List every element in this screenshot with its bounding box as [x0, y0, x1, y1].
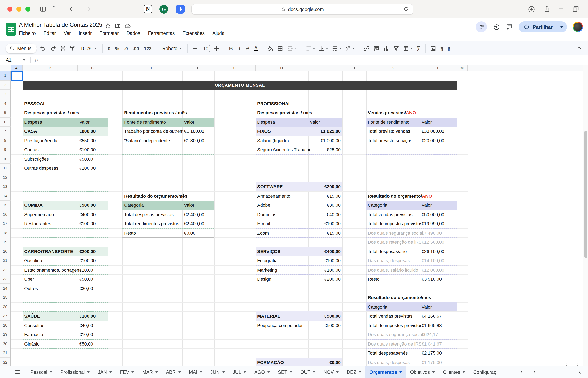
row-header-15[interactable]: 15: [0, 201, 11, 210]
decrease-decimals[interactable]: .0: [123, 46, 129, 51]
cell-F18[interactable]: €0,00: [182, 228, 214, 238]
row-header-29[interactable]: 29: [0, 330, 11, 339]
sheet-tab-nov[interactable]: NOV: [319, 366, 343, 378]
tab-overview-icon[interactable]: [572, 5, 579, 13]
sheet-tab-jan[interactable]: JAN: [94, 366, 116, 378]
row-header-9[interactable]: 9: [0, 145, 11, 154]
cell-K14[interactable]: Resultado do orçamento/ANO: [366, 191, 420, 201]
cell-K30[interactable]: Dos quais retenção de iRS: [366, 339, 420, 348]
cell-L22[interactable]: €12 000,00: [420, 265, 457, 274]
cell-B29[interactable]: Farmácia: [23, 330, 78, 339]
row-header-8[interactable]: 8: [0, 136, 11, 145]
cell-E18[interactable]: Resto: [122, 228, 182, 238]
sheets-logo-icon[interactable]: [6, 23, 16, 36]
italic[interactable]: I: [237, 45, 242, 52]
cell-K32[interactable]: Das quais, despesas: [366, 358, 420, 366]
all-sheets-button[interactable]: [12, 369, 23, 375]
cell-I21[interactable]: €100,00: [308, 256, 342, 265]
row-header-16[interactable]: 16: [0, 210, 11, 219]
cell-K23[interactable]: Resto: [366, 274, 420, 284]
cell-C30[interactable]: €50,00: [78, 339, 108, 348]
cell-K16[interactable]: Total vendas previstas: [366, 210, 420, 219]
row-header-21[interactable]: 21: [0, 256, 11, 265]
menu-ajuda[interactable]: Ajuda: [213, 31, 225, 36]
star-icon[interactable]: [105, 23, 111, 29]
cell-C11[interactable]: €100,00: [78, 163, 108, 173]
column-header-E[interactable]: E: [122, 65, 182, 71]
cell-L17[interactable]: €19 990,00: [420, 219, 457, 228]
cell-E15[interactable]: Categoria: [122, 201, 182, 210]
column-header-G[interactable]: G: [214, 65, 255, 71]
cell-B16[interactable]: Supermercado: [23, 210, 78, 219]
cell-H4[interactable]: PROFISSIONAL: [255, 99, 308, 108]
font-size[interactable]: 10: [202, 45, 210, 52]
row-header-28[interactable]: 28: [0, 321, 11, 330]
collapse-toolbar-icon[interactable]: [576, 45, 582, 51]
cell-B11[interactable]: Outras despesas: [23, 163, 78, 173]
cell-I15[interactable]: €30,00: [308, 201, 342, 210]
cell-H13[interactable]: SOFTWARE: [255, 182, 308, 191]
menu-dados[interactable]: Dados: [127, 31, 140, 36]
back-icon[interactable]: [67, 5, 75, 13]
menu-editar[interactable]: Editar: [43, 31, 56, 36]
menu-ficheiro[interactable]: Ficheiro: [19, 31, 36, 36]
cell-I28[interactable]: €500,00: [308, 321, 342, 330]
side-panel-collapse-icon[interactable]: [577, 366, 583, 378]
menu-ver[interactable]: Ver: [64, 31, 71, 36]
share-button[interactable]: Partilhar: [519, 21, 567, 32]
undo-icon[interactable]: [40, 45, 46, 52]
cell-K15[interactable]: Categoria: [366, 201, 420, 210]
cell-B23[interactable]: Uber: [23, 274, 78, 284]
cell-B24[interactable]: Outros: [23, 284, 78, 293]
vertical-align-icon[interactable]: [319, 45, 328, 52]
cell-K26[interactable]: Categoria: [366, 302, 420, 311]
sheet-tab-set[interactable]: SET: [274, 366, 296, 378]
sheet-tab-mai[interactable]: MAI: [185, 366, 206, 378]
row-header-26[interactable]: 26: [0, 302, 11, 311]
text-direction-rtl[interactable]: ¶: [447, 46, 451, 51]
strikethrough[interactable]: S: [245, 46, 250, 51]
version-history-icon[interactable]: [493, 23, 500, 31]
row-header-32[interactable]: 32: [0, 358, 11, 366]
name-box[interactable]: A1: [0, 57, 26, 62]
cell-I27[interactable]: €500,00: [308, 311, 342, 321]
cell-B28[interactable]: Consultas: [23, 321, 78, 330]
cell-B5[interactable]: Despesas previstas / mês: [23, 108, 78, 117]
cell-L26[interactable]: Valor: [420, 302, 457, 311]
column-header-A[interactable]: A: [11, 65, 23, 71]
menu-extenses[interactable]: Extensões: [183, 31, 205, 36]
cell-H23[interactable]: Design: [255, 274, 308, 284]
row-header-14[interactable]: 14: [0, 191, 11, 201]
cell-K8[interactable]: Total previsto serviços: [366, 136, 420, 145]
cell-B10[interactable]: Subscrições: [23, 154, 78, 163]
cell-F6[interactable]: Valor: [182, 117, 214, 127]
move-folder-icon[interactable]: [115, 23, 121, 29]
cell-L19[interactable]: €12 500,00: [420, 238, 457, 247]
cell-C10[interactable]: €50,00: [78, 154, 108, 163]
cell-C9[interactable]: €100,00: [78, 145, 108, 154]
chevron-down-icon[interactable]: [53, 7, 55, 15]
share-icon[interactable]: [543, 5, 551, 13]
cell-K19[interactable]: Dos quais retenção de iRS: [366, 238, 420, 247]
cell-C24[interactable]: €30,00: [78, 284, 108, 293]
cell-K6[interactable]: Fonte de rendimento: [366, 117, 420, 127]
row-header-7[interactable]: 7: [0, 127, 11, 136]
cell-E5[interactable]: Rendimentos previstos / mês: [122, 108, 182, 117]
notion-extension-icon[interactable]: N: [144, 5, 152, 13]
cell-L28[interactable]: €1 665,83: [420, 321, 457, 330]
pivot-table-icon[interactable]: [403, 45, 413, 52]
cell-L7[interactable]: €30 000,00: [420, 127, 457, 136]
row-header-12[interactable]: 12: [0, 173, 11, 182]
grid[interactable]: 1234567891011121314151617181920212223242…: [0, 71, 583, 366]
cell-H17[interactable]: E-mail: [255, 219, 308, 228]
cell-I23[interactable]: €200,00: [308, 274, 342, 284]
cell-L18[interactable]: €7 490,00: [420, 228, 457, 238]
menu-ferramentas[interactable]: Ferramentas: [148, 31, 175, 36]
sheet-tab-jul[interactable]: JUL: [229, 366, 250, 378]
hand-extension-icon[interactable]: [176, 4, 185, 14]
cell-E17[interactable]: Total rendimentos previstos: [122, 219, 182, 228]
column-header-M[interactable]: M: [457, 65, 468, 71]
column-header-J[interactable]: J: [342, 65, 366, 71]
cell-B15[interactable]: COMIDA: [23, 201, 78, 210]
cell-C20[interactable]: €200,00: [78, 247, 108, 256]
